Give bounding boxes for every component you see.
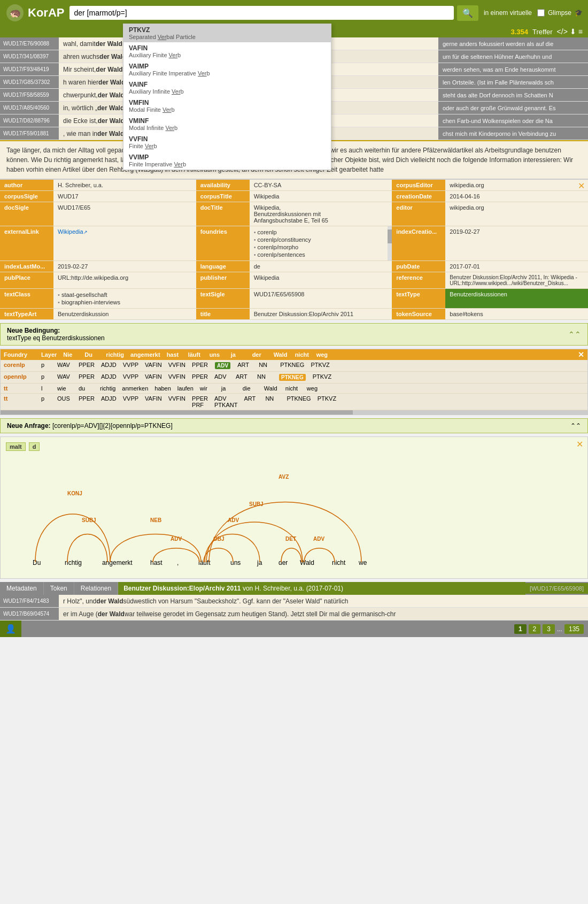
editor-val: wikipedia.org (445, 202, 588, 226)
dropdown-tag: VAFIN (129, 44, 326, 52)
table-row: tt p OUS PPER ADJD VVPP VAFIN VVFIN PPER… (1, 394, 587, 410)
token-cell: wir (197, 384, 218, 393)
dropdown-item-vafin[interactable]: VAFIN Auxiliary Finite Verb (123, 42, 331, 60)
result-right-text: chst mich mit Kinderporno in Verbindung … (438, 127, 588, 140)
dropdown-item-vminf[interactable]: VMINF Modal Infinite Verb (123, 115, 331, 133)
meta-group: externalLink Wikipedia (0, 226, 196, 261)
dep-label-konj: KONJ (67, 491, 82, 496)
table-row[interactable]: WUD17/F84/71483 r Holz", und der Wald sü… (0, 595, 588, 608)
meta-row: docSigle WUD17/E65 docTitle Wikipedia,Be… (0, 202, 588, 226)
col-nie: Nie (60, 349, 81, 360)
condition-collapse-button[interactable]: ⌃⌃ (568, 330, 581, 339)
search-button[interactable]: 🔍 (457, 5, 478, 21)
download-icon[interactable]: ⬇ (570, 27, 576, 36)
texttypeart-val: Benutzerdiskussion (53, 309, 196, 319)
dep-word: Du (33, 559, 41, 566)
result-id: WUD17/D82/88796 (0, 114, 59, 127)
layer-cell: p (38, 394, 54, 410)
result-id: WUD17/F59/01881 (0, 127, 59, 140)
foundries-list: corenlp corenlp/constituency corenlp/mor… (254, 228, 388, 258)
bottom-info-date: (2017-07-01) (306, 585, 343, 592)
token-cell: du (75, 384, 97, 393)
corpustitle-key: corpusTitle (196, 191, 250, 202)
page-3-button[interactable]: 3 (543, 624, 555, 634)
textsigle-val: WUD17/E65/65908 (250, 289, 392, 308)
token-cell: ADJD (98, 372, 120, 383)
token-table-close[interactable]: ✕ (578, 350, 584, 359)
meta-group: publisher Wikipedia (196, 272, 392, 288)
meta-group: title Benutzer Diskussion:Elop/Archiv 20… (196, 309, 392, 319)
glimpse-checkbox[interactable] (537, 9, 545, 17)
tokensource-val: base#tokens (445, 309, 588, 319)
result-id: WUD17/F84/71483 (0, 595, 59, 607)
logo: 🦔 KorAP (5, 3, 64, 22)
table-row[interactable]: WUD17/B69/04574 er im Auge ( der Wald wa… (0, 608, 588, 620)
dropdown-item-vainf[interactable]: VAINF Auxiliary Infinite Verb (123, 79, 331, 97)
token-cell: NN (254, 372, 275, 383)
token-cell: ADJD (98, 394, 120, 410)
dropdown-item-vvfin[interactable]: VVFIN Finite Verb (123, 133, 331, 151)
col-angemerkt: angemerkt (127, 349, 164, 360)
dropdown-item-vvimp[interactable]: VVIMP Finite Imperative Verb (123, 151, 331, 170)
header: 🦔 KorAP 🔍 in einem virtuelle Glimpse 🎓 (0, 0, 588, 26)
dropdown-desc: Finite Verb (129, 143, 326, 149)
corpuseditor-key: corpusEditor (392, 180, 445, 190)
token-cell: VVPP (120, 394, 142, 410)
dep-word: angemerkt (102, 559, 133, 566)
reference-key: reference (392, 272, 445, 288)
reference-val: Benutzer Diskussion:Elop/Archiv 2011, In… (445, 272, 588, 288)
token-cell: ja (218, 384, 239, 393)
tab-metadaten[interactable]: Metadaten (0, 582, 44, 595)
doctitle-val: Wikipedia,Benutzerdiskussionen mitAnfang… (250, 202, 392, 226)
settings-icon[interactable]: ≡ (578, 27, 583, 36)
page-2-button[interactable]: 2 (529, 624, 541, 634)
title-key: title (196, 309, 250, 319)
metadata-close-button[interactable]: ✕ (575, 180, 588, 192)
externallink-val[interactable]: Wikipedia (53, 226, 196, 261)
dropdown-item-vmfin[interactable]: VMFIN Modal Finite Verb (123, 97, 331, 115)
token-cell: richtig (97, 384, 119, 393)
result-id: WUD17/G85/37302 (0, 76, 59, 88)
tab-relationen[interactable]: Relationen (74, 582, 118, 595)
col-wald: Wald (270, 349, 292, 360)
page-1-button[interactable]: 1 (514, 624, 527, 634)
texttypeart-key: textTypeArt (0, 309, 53, 319)
layer-cell: p (38, 372, 54, 383)
corpussigle-key: corpusSigle (0, 191, 53, 202)
page-last-button[interactable]: 135 (564, 624, 584, 634)
result-id: WUD17/E76/90088 (0, 37, 59, 50)
search-input[interactable] (69, 6, 453, 20)
extra-results: WUD17/F84/71483 r Holz", und der Wald sü… (0, 595, 588, 620)
dropdown-item-vaimp[interactable]: VAIMP Auxiliary Finite Imperative Verb (123, 60, 331, 79)
dropdown-item-ptkvz[interactable]: PTKVZ Separated Verbal Particle (123, 24, 331, 42)
meta-group: creationDate 2014-04-16 (392, 191, 588, 202)
code-icon[interactable]: </> (557, 27, 568, 36)
dep-close-button[interactable]: ✕ (576, 439, 583, 449)
pubplace-key: pubPlace (0, 272, 53, 288)
query-collapse-button[interactable]: ⌃⌃ (570, 422, 581, 430)
dep-label-avz: AVZ (278, 474, 289, 480)
dep-word: nicht (332, 559, 346, 566)
col-richtig: richtig (103, 349, 127, 360)
publisher-key: publisher (196, 272, 250, 288)
corpussigle-val: WUD17 (53, 191, 196, 202)
login-icon[interactable]: 👤 (5, 624, 16, 634)
token-cell: wie (54, 384, 75, 393)
token-cell: VVFIN (165, 372, 189, 383)
svg-text:🦔: 🦔 (9, 7, 21, 19)
token-section: Foundry Layer Nie Du richtig angemerkt h… (0, 349, 588, 415)
token-cell: PTKVZ (310, 372, 335, 383)
meta-row: textTypeArt Benutzerdiskussion title Ben… (0, 309, 588, 320)
token-cell: NN (262, 394, 283, 410)
tab-token[interactable]: Token (44, 582, 74, 595)
dropdown-desc: Finite Imperative Verb (129, 161, 326, 167)
doctitle-key: docTitle (196, 202, 250, 226)
dropdown-desc: Auxiliary Finite Verb (129, 52, 326, 58)
col-nicht: nicht (292, 349, 313, 360)
condition-value: textType eq Benutzerdiskussionen (7, 334, 105, 342)
creationdate-val: 2014-04-16 (445, 191, 588, 202)
virtual-label: in einem virtuelle (484, 9, 532, 17)
pubdate-val: 2017-07-01 (445, 261, 588, 272)
token-cell: PPERPRF (189, 394, 211, 410)
result-right-text: um für die seltenen Hühner Auerhuhn und (438, 50, 588, 63)
